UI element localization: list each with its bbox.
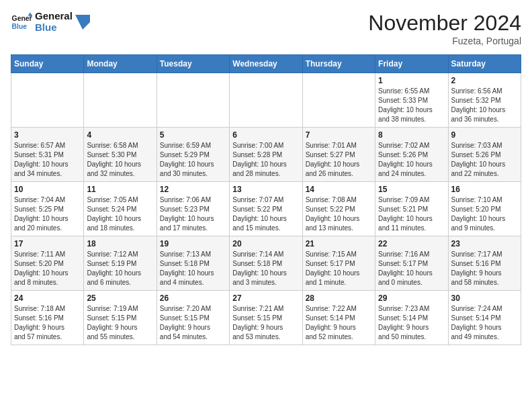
day-number: 29: [378, 293, 445, 303]
day-number: 15: [378, 185, 445, 194]
day-info: Sunrise: 7:16 AM Sunset: 5:17 PM Dayligh…: [378, 250, 445, 287]
day-info: Sunrise: 7:02 AM Sunset: 5:26 PM Dayligh…: [378, 141, 445, 179]
day-info: Sunrise: 7:22 AM Sunset: 5:14 PM Dayligh…: [306, 304, 372, 342]
logo: General Blue General Blue: [11, 11, 90, 33]
day-info: Sunrise: 6:55 AM Sunset: 5:33 PM Dayligh…: [378, 87, 445, 124]
week-row-1: 1Sunrise: 6:55 AM Sunset: 5:33 PM Daylig…: [11, 73, 521, 128]
day-number: 26: [160, 293, 226, 303]
calendar-cell: 24Sunrise: 7:18 AM Sunset: 5:16 PM Dayli…: [11, 291, 84, 345]
day-info: Sunrise: 7:13 AM Sunset: 5:18 PM Dayligh…: [160, 250, 226, 287]
day-header-saturday: Saturday: [448, 55, 521, 73]
day-info: Sunrise: 7:06 AM Sunset: 5:23 PM Dayligh…: [160, 195, 226, 233]
day-info: Sunrise: 7:20 AM Sunset: 5:15 PM Dayligh…: [160, 304, 226, 342]
calendar-cell: 29Sunrise: 7:23 AM Sunset: 5:14 PM Dayli…: [375, 291, 448, 345]
calendar-cell: 13Sunrise: 7:07 AM Sunset: 5:22 PM Dayli…: [230, 182, 302, 236]
calendar-cell: 7Sunrise: 7:01 AM Sunset: 5:27 PM Daylig…: [302, 128, 375, 182]
day-info: Sunrise: 7:17 AM Sunset: 5:16 PM Dayligh…: [451, 250, 518, 287]
calendar-cell: [302, 73, 375, 128]
svg-text:Blue: Blue: [12, 22, 28, 30]
day-number: 23: [451, 239, 518, 248]
day-number: 13: [232, 185, 299, 194]
calendar-cell: 8Sunrise: 7:02 AM Sunset: 5:26 PM Daylig…: [375, 128, 448, 182]
day-number: 7: [306, 130, 372, 140]
calendar-cell: 4Sunrise: 6:58 AM Sunset: 5:30 PM Daylig…: [84, 128, 157, 182]
calendar-cell: 27Sunrise: 7:21 AM Sunset: 5:15 PM Dayli…: [230, 291, 302, 345]
week-row-4: 17Sunrise: 7:11 AM Sunset: 5:20 PM Dayli…: [11, 236, 521, 291]
day-info: Sunrise: 7:14 AM Sunset: 5:18 PM Dayligh…: [232, 250, 299, 287]
day-number: 19: [160, 239, 226, 248]
logo-blue: Blue: [35, 22, 73, 34]
day-info: Sunrise: 7:03 AM Sunset: 5:26 PM Dayligh…: [451, 141, 518, 179]
calendar-cell: 21Sunrise: 7:15 AM Sunset: 5:17 PM Dayli…: [302, 236, 375, 291]
day-info: Sunrise: 7:04 AM Sunset: 5:25 PM Dayligh…: [14, 195, 81, 233]
calendar-cell: 28Sunrise: 7:22 AM Sunset: 5:14 PM Dayli…: [302, 291, 375, 345]
day-number: 30: [451, 293, 518, 303]
calendar-cell: 2Sunrise: 6:56 AM Sunset: 5:32 PM Daylig…: [448, 73, 521, 128]
day-info: Sunrise: 7:21 AM Sunset: 5:15 PM Dayligh…: [232, 304, 299, 342]
calendar-cell: 1Sunrise: 6:55 AM Sunset: 5:33 PM Daylig…: [375, 73, 448, 128]
calendar-cell: 17Sunrise: 7:11 AM Sunset: 5:20 PM Dayli…: [11, 236, 84, 291]
calendar-cell: 25Sunrise: 7:19 AM Sunset: 5:15 PM Dayli…: [84, 291, 157, 345]
day-number: 10: [14, 185, 81, 194]
title-block: November 2024 Fuzeta, Portugal: [368, 11, 521, 46]
calendar-cell: 30Sunrise: 7:24 AM Sunset: 5:14 PM Dayli…: [448, 291, 521, 345]
calendar-cell: 23Sunrise: 7:17 AM Sunset: 5:16 PM Dayli…: [448, 236, 521, 291]
day-info: Sunrise: 7:08 AM Sunset: 5:22 PM Dayligh…: [306, 195, 372, 233]
day-number: 8: [378, 130, 445, 140]
calendar-cell: [11, 73, 84, 128]
day-info: Sunrise: 6:58 AM Sunset: 5:30 PM Dayligh…: [87, 141, 153, 179]
svg-marker-4: [75, 15, 90, 30]
week-row-5: 24Sunrise: 7:18 AM Sunset: 5:16 PM Dayli…: [11, 291, 521, 345]
week-row-3: 10Sunrise: 7:04 AM Sunset: 5:25 PM Dayli…: [11, 182, 521, 236]
calendar-cell: 5Sunrise: 6:59 AM Sunset: 5:29 PM Daylig…: [157, 128, 229, 182]
month-title: November 2024: [368, 11, 521, 36]
day-info: Sunrise: 7:10 AM Sunset: 5:20 PM Dayligh…: [451, 195, 518, 233]
calendar-cell: 11Sunrise: 7:05 AM Sunset: 5:24 PM Dayli…: [84, 182, 157, 236]
svg-text:General: General: [12, 15, 32, 22]
day-info: Sunrise: 6:56 AM Sunset: 5:32 PM Dayligh…: [451, 87, 518, 124]
calendar-cell: 14Sunrise: 7:08 AM Sunset: 5:22 PM Dayli…: [302, 182, 375, 236]
location: Fuzeta, Portugal: [368, 36, 521, 46]
calendar-cell: 22Sunrise: 7:16 AM Sunset: 5:17 PM Dayli…: [375, 236, 448, 291]
calendar-cell: 20Sunrise: 7:14 AM Sunset: 5:18 PM Dayli…: [230, 236, 302, 291]
logo-general: General: [35, 11, 73, 22]
day-number: 12: [160, 185, 226, 194]
day-number: 25: [87, 293, 153, 303]
day-number: 14: [306, 185, 372, 194]
day-info: Sunrise: 7:09 AM Sunset: 5:21 PM Dayligh…: [378, 195, 445, 233]
day-number: 21: [306, 239, 372, 248]
calendar-cell: 12Sunrise: 7:06 AM Sunset: 5:23 PM Dayli…: [157, 182, 229, 236]
day-info: Sunrise: 7:19 AM Sunset: 5:15 PM Dayligh…: [87, 304, 153, 342]
day-header-monday: Monday: [84, 55, 157, 73]
day-number: 28: [306, 293, 372, 303]
day-info: Sunrise: 7:23 AM Sunset: 5:14 PM Dayligh…: [378, 304, 445, 342]
calendar-cell: 26Sunrise: 7:20 AM Sunset: 5:15 PM Dayli…: [157, 291, 229, 345]
day-header-tuesday: Tuesday: [157, 55, 229, 73]
calendar-cell: 15Sunrise: 7:09 AM Sunset: 5:21 PM Dayli…: [375, 182, 448, 236]
day-number: 9: [451, 130, 518, 140]
calendar-cell: 3Sunrise: 6:57 AM Sunset: 5:31 PM Daylig…: [11, 128, 84, 182]
calendar-cell: 18Sunrise: 7:12 AM Sunset: 5:19 PM Dayli…: [84, 236, 157, 291]
day-header-thursday: Thursday: [302, 55, 375, 73]
day-number: 3: [14, 130, 81, 140]
calendar-cell: [230, 73, 302, 128]
day-info: Sunrise: 7:24 AM Sunset: 5:14 PM Dayligh…: [451, 304, 518, 342]
day-info: Sunrise: 6:57 AM Sunset: 5:31 PM Dayligh…: [14, 141, 81, 179]
day-info: Sunrise: 7:11 AM Sunset: 5:20 PM Dayligh…: [14, 250, 81, 287]
day-number: 17: [14, 239, 81, 248]
day-info: Sunrise: 7:05 AM Sunset: 5:24 PM Dayligh…: [87, 195, 153, 233]
calendar-table: SundayMondayTuesdayWednesdayThursdayFrid…: [11, 54, 521, 345]
day-number: 20: [232, 239, 299, 248]
calendar-cell: 16Sunrise: 7:10 AM Sunset: 5:20 PM Dayli…: [448, 182, 521, 236]
day-number: 11: [87, 185, 153, 194]
logo-icon: General Blue: [11, 11, 32, 33]
header-row: SundayMondayTuesdayWednesdayThursdayFrid…: [11, 55, 521, 73]
day-header-wednesday: Wednesday: [230, 55, 302, 73]
calendar-cell: 9Sunrise: 7:03 AM Sunset: 5:26 PM Daylig…: [448, 128, 521, 182]
day-header-friday: Friday: [375, 55, 448, 73]
calendar-cell: [157, 73, 229, 128]
calendar-cell: 10Sunrise: 7:04 AM Sunset: 5:25 PM Dayli…: [11, 182, 84, 236]
day-number: 16: [451, 185, 518, 194]
calendar-cell: [84, 73, 157, 128]
day-number: 22: [378, 239, 445, 248]
